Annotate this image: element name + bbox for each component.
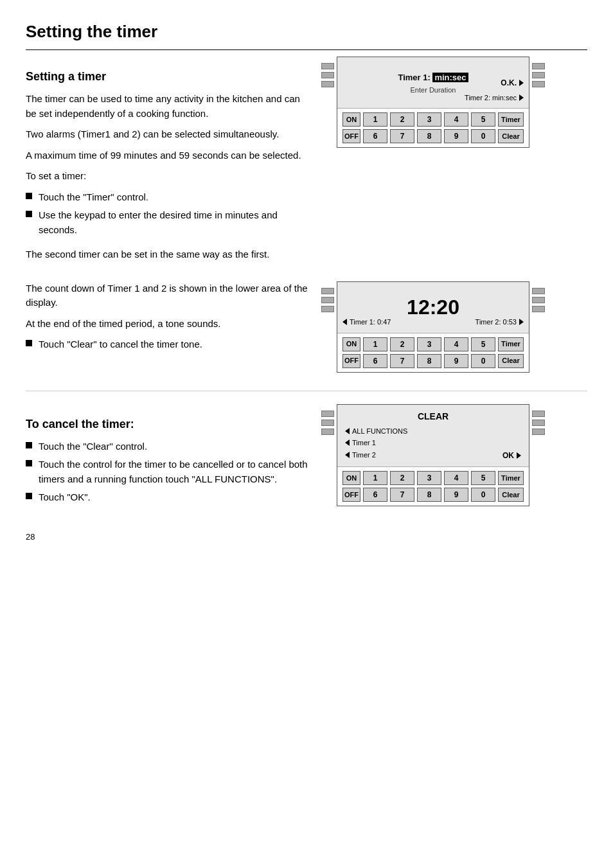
- panel3-outer: CLEAR ALL FUNCTIONS Timer 1 Timer 2: [321, 404, 587, 512]
- panel1-btn-9[interactable]: 9: [444, 129, 468, 143]
- timer1-text: Timer 1: [352, 438, 376, 448]
- para-timer-desc4: To set a timer:: [26, 169, 308, 184]
- panel1-on-btn[interactable]: ON: [342, 112, 360, 127]
- panel3-btn-5[interactable]: 5: [471, 471, 495, 485]
- panel1-btn-3[interactable]: 3: [417, 112, 441, 127]
- panel3-btn-0[interactable]: 0: [471, 488, 495, 502]
- panel1-timer2-link: Timer 2: min:sec: [465, 93, 524, 103]
- bullet-icon-1: [26, 193, 32, 199]
- panel1-clear-btn[interactable]: Clear: [498, 129, 524, 143]
- panel3-ok-link: OK: [502, 450, 521, 461]
- bullet-clear-control: Touch the "Clear" control.: [26, 439, 308, 454]
- panel2-btn-9[interactable]: 9: [444, 354, 468, 368]
- panel1-enter-duration: Enter Duration: [411, 85, 456, 96]
- panel2-sides-right: [532, 281, 545, 312]
- panel2-clear-btn[interactable]: Clear: [498, 354, 524, 368]
- panel2-btn-3[interactable]: 3: [417, 337, 441, 351]
- panel3-off-btn[interactable]: OFF: [342, 488, 360, 502]
- panel1-keypad-row1: ON 1 2 3 4 5 Timer: [342, 112, 524, 127]
- panel2-numgrid-row1: 1 2 3 4 5: [363, 337, 495, 351]
- bullet-icon-6: [26, 493, 32, 499]
- panel3-btn-9[interactable]: 9: [444, 488, 468, 502]
- panel3-clear-btn[interactable]: Clear: [498, 488, 524, 502]
- panel1-off-btn[interactable]: OFF: [342, 129, 360, 143]
- panel3-all-functions: ALL FUNCTIONS: [345, 426, 521, 437]
- side-bar-r3a: [532, 411, 545, 417]
- panel1-btn-8[interactable]: 8: [417, 129, 441, 143]
- panel1-numgrid-row2: 6 7 8 9 0: [363, 129, 495, 143]
- panel2-on-btn[interactable]: ON: [342, 337, 360, 351]
- panel2-timer2-link: Timer 2: 0:53: [475, 317, 524, 328]
- side-bar-1b: [321, 72, 334, 78]
- side-bar-r1b: [532, 72, 545, 78]
- panel1-btn-6[interactable]: 6: [363, 129, 387, 143]
- panel2-off-btn[interactable]: OFF: [342, 354, 360, 368]
- section3-heading: To cancel the timer:: [26, 416, 308, 433]
- all-functions-arrow: [345, 428, 350, 434]
- panel3-timer1: Timer 1: [345, 438, 521, 448]
- panel3-screen: CLEAR ALL FUNCTIONS Timer 1 Timer 2: [337, 405, 529, 468]
- side-bar-r2c: [532, 306, 545, 312]
- panel1-highlighted: min:sec: [432, 73, 468, 82]
- panel3-btn-2[interactable]: 2: [390, 471, 414, 485]
- panel2-btn-7[interactable]: 7: [390, 354, 414, 368]
- panel3-btn-8[interactable]: 8: [417, 488, 441, 502]
- side-bar-3c: [321, 429, 334, 435]
- panel1-timer-btn[interactable]: Timer: [498, 112, 524, 127]
- panel1-btn-1[interactable]: 1: [363, 112, 387, 127]
- panel1-timer1-text: Timer 1: min:sec: [398, 73, 468, 82]
- timer1-arrow-left: [342, 319, 347, 325]
- panel2-btn-6[interactable]: 6: [363, 354, 387, 368]
- panel2-btn-0[interactable]: 0: [471, 354, 495, 368]
- panel1-container: Timer 1: min:sec Enter Duration O.K. Tim…: [321, 57, 587, 153]
- panel2-btn-8[interactable]: 8: [417, 354, 441, 368]
- panel1-btn-7[interactable]: 7: [390, 129, 414, 143]
- panel3-btn-1[interactable]: 1: [363, 471, 387, 485]
- side-bar-r2a: [532, 288, 545, 294]
- timer2-arrow-right: [519, 94, 524, 101]
- panel1-sides-right: [532, 57, 545, 87]
- timer2-arrow: [345, 452, 350, 458]
- panel3-ok-arrow: [517, 452, 521, 459]
- panel2-btn-5[interactable]: 5: [471, 337, 495, 351]
- panel2-timer-btn[interactable]: Timer: [498, 337, 524, 351]
- panel3-timer-btn[interactable]: Timer: [498, 471, 524, 485]
- para-countdown2: At the end of the timed period, a tone s…: [26, 317, 308, 332]
- panel1-btn-0[interactable]: 0: [471, 129, 495, 143]
- panel3-ok-text: OK: [502, 450, 514, 461]
- side-bar-r1a: [532, 63, 545, 69]
- panel3-btn-4[interactable]: 4: [444, 471, 468, 485]
- panel2-btn-2[interactable]: 2: [390, 337, 414, 351]
- panel1: Timer 1: min:sec Enter Duration O.K. Tim…: [337, 57, 529, 148]
- bullet-keypad: Use the keypad to enter the desired time…: [26, 208, 308, 237]
- panel2-keypad-row1: ON 1 2 3 4 5 Timer: [342, 337, 524, 351]
- section3-row: To cancel the timer: Touch the "Clear" c…: [26, 404, 587, 512]
- panel1-btn-5[interactable]: 5: [471, 112, 495, 127]
- side-bar-1c: [321, 81, 334, 87]
- panel1-btn-4[interactable]: 4: [444, 112, 468, 127]
- panel1-sides-left: [321, 57, 334, 87]
- side-bar-r3b: [532, 420, 545, 426]
- para-timer-desc1: The timer can be used to time any activi…: [26, 92, 308, 121]
- bullet-icon-5: [26, 460, 32, 466]
- bullet-text-5: Touch the control for the timer to be ca…: [39, 457, 308, 486]
- panel3-keypad-row1: ON 1 2 3 4 5 Timer: [342, 471, 524, 485]
- panel3-on-btn[interactable]: ON: [342, 471, 360, 485]
- panel3-sides-left: [321, 404, 334, 435]
- panel2-btn-1[interactable]: 1: [363, 337, 387, 351]
- panel3-btn-6[interactable]: 6: [363, 488, 387, 502]
- bullet-text-1: Touch the "Timer" control.: [39, 190, 148, 205]
- timer2-text: Timer 2: [352, 450, 376, 461]
- section1-row: Setting a timer The timer can be used to…: [26, 57, 587, 269]
- panel2: 12:20 Timer 1: 0:47 Timer 2: 0:53 ON: [337, 281, 529, 373]
- side-bar-r2b: [532, 297, 545, 303]
- bullet-touch-clear: Touch "Clear" to cancel the timer tone.: [26, 337, 308, 352]
- panel2-big-time: 12:20: [407, 292, 459, 323]
- panel2-btn-4[interactable]: 4: [444, 337, 468, 351]
- panel2-timer2-text: Timer 2: 0:53: [475, 317, 517, 328]
- side-bar-2a: [321, 288, 334, 294]
- panel2-timer1-link: Timer 1: 0:47: [342, 317, 391, 328]
- panel3-btn-3[interactable]: 3: [417, 471, 441, 485]
- panel3-btn-7[interactable]: 7: [390, 488, 414, 502]
- panel1-btn-2[interactable]: 2: [390, 112, 414, 127]
